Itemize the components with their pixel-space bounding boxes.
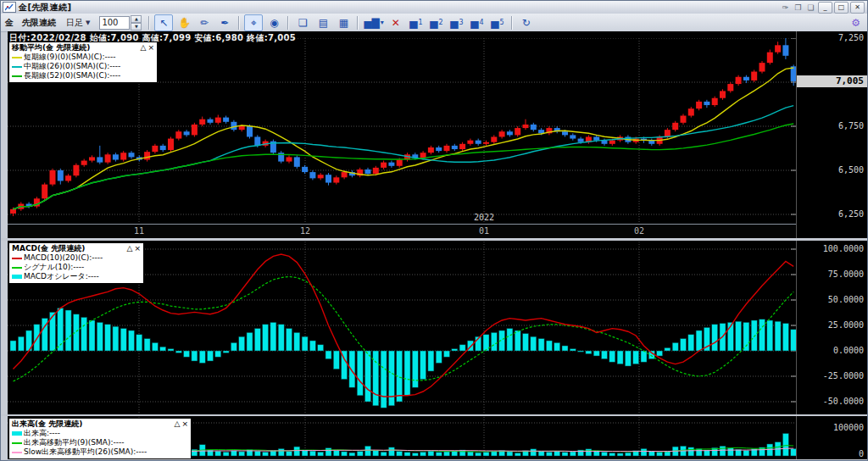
toolbar-separator bbox=[511, 16, 513, 30]
signal-line-swatch bbox=[12, 267, 22, 269]
bar-count-spinner: 100 ▲ ▼ bbox=[99, 15, 142, 31]
ma-short-label: 短期線(9)(0)(SMA)(C):---- bbox=[24, 53, 115, 62]
main-toolbar: 金 先限連続 日足 ▼ 100 ▲ ▼ ↖✋✏✒⌖◉❏▤▦▅▇▾✕▅1▅2▅3▅… bbox=[1, 14, 867, 32]
macd-tick-label: 0.0000 bbox=[797, 346, 864, 355]
toolbar-indicator-slot-5-icon[interactable]: ▅5 bbox=[488, 14, 507, 31]
volume-ma9-label: 出来高移動平均(9)(SMA):---- bbox=[24, 438, 124, 447]
toolbar-separator bbox=[238, 16, 240, 30]
price-tick-label: 6,500 bbox=[797, 165, 864, 175]
toolbar-icons: ↖✋✏✒⌖◉❏▤▦▅▇▾✕▅1▅2▅3▅4▅5↻ bbox=[153, 14, 536, 31]
grid-rows-icon: ▤ bbox=[319, 17, 328, 29]
toolbar-indicator-menu-icon[interactable]: ▅▇▾ bbox=[363, 14, 384, 31]
ma-legend-title: 移動平均(金 先限連続) bbox=[12, 43, 90, 53]
title-bar: 金[先限連続] ✑❐❏_□✕ bbox=[1, 1, 867, 14]
window-title: 金[先限連続] bbox=[19, 2, 72, 14]
pan-hand-icon: ✋ bbox=[178, 17, 191, 29]
toolbar-grid-rows-icon[interactable]: ▤ bbox=[314, 14, 332, 31]
indicator-slot-4-icon: ▅ bbox=[470, 17, 478, 29]
price-tick-label: 6,750 bbox=[797, 121, 864, 131]
ma-mid-label: 中期線(26)(0)(SMA)(C):---- bbox=[24, 62, 120, 71]
spinner-down-button[interactable]: ▼ bbox=[131, 23, 142, 31]
legend-close-button[interactable]: × bbox=[147, 43, 154, 53]
brush-icon[interactable]: ✑ bbox=[780, 3, 791, 13]
legend-collapse-button[interactable]: △ bbox=[141, 43, 147, 53]
indicator-slot-3-icon: ▅ bbox=[450, 17, 458, 29]
remove-indicator-icon: ✕ bbox=[392, 17, 400, 29]
toolbar-indicator-slot-1-icon[interactable]: ▅1 bbox=[407, 14, 426, 31]
new-chart-window-icon: ❏ bbox=[298, 17, 308, 29]
volume-tick-label: 100000 bbox=[797, 423, 864, 432]
toolbar-new-chart-window-icon[interactable]: ❏ bbox=[293, 14, 312, 31]
series-label: 先限連続 bbox=[22, 17, 56, 29]
macd-legend-box: MACD(金 先限連続) △ × MACD(10)(20)(C):---- シグ… bbox=[8, 242, 144, 284]
ma-legend-box: 移動平均(金 先限連続) △ × 短期線(9)(0)(SMA)(C):---- … bbox=[8, 42, 158, 83]
legend-collapse-button[interactable]: △ bbox=[127, 244, 133, 253]
indicator-slot-digit: 3 bbox=[459, 19, 463, 26]
legend-close-button[interactable]: × bbox=[181, 419, 188, 429]
float-window-icon[interactable]: ❐ bbox=[793, 3, 804, 13]
toolbar-draw-pencil-icon[interactable]: ✏ bbox=[195, 14, 214, 31]
macd-line-swatch bbox=[12, 258, 22, 259]
toolbar-separator bbox=[357, 16, 359, 30]
ma-long-swatch bbox=[12, 75, 22, 77]
minimize-button[interactable]: _ bbox=[818, 2, 832, 14]
toolbar-remove-indicator-icon[interactable]: ✕ bbox=[387, 14, 405, 31]
signal-line-label: シグナル(10):---- bbox=[24, 263, 84, 272]
close-button[interactable]: ✕ bbox=[850, 2, 865, 14]
price-tick-label: 7,250 bbox=[797, 33, 864, 42]
volume-ma26-label: Slow出来高移動平均(26)(SMA):---- bbox=[24, 447, 147, 457]
volume-bar-label: 出来高:---- bbox=[24, 429, 60, 438]
settings-wrench-icon[interactable]: ⚙ bbox=[851, 17, 867, 29]
draw-pencil-icon: ✏ bbox=[200, 17, 209, 29]
dock-window-icon[interactable]: ❏ bbox=[805, 3, 816, 13]
toolbar-crosshair-pointer-icon[interactable]: ⌖ bbox=[244, 14, 263, 31]
date-tick-label: 11 bbox=[134, 226, 144, 236]
toolbar-draw-quill-icon[interactable]: ✒ bbox=[215, 14, 234, 31]
select-cursor-icon: ↖ bbox=[159, 17, 168, 29]
toolbar-indicator-slot-2-icon[interactable]: ▅2 bbox=[427, 14, 446, 31]
reload-icon: ↻ bbox=[522, 17, 531, 29]
oscillator-swatch bbox=[12, 275, 22, 279]
date-tick-label: 02 bbox=[634, 226, 644, 236]
legend-collapse-button[interactable]: △ bbox=[175, 419, 181, 429]
toolbar-select-cursor-icon[interactable]: ↖ bbox=[154, 14, 173, 31]
macd-tick-label: 25.0000 bbox=[797, 320, 864, 330]
macd-legend-title: MACD(金 先限連続) bbox=[12, 244, 85, 253]
spinner-up-button[interactable]: ▲ bbox=[131, 15, 142, 23]
date-tick-label: 01 bbox=[479, 226, 489, 236]
ma-short-swatch bbox=[12, 57, 22, 58]
period-dropdown[interactable]: 日足 ▼ bbox=[64, 16, 92, 30]
macd-tick-label: 50.0000 bbox=[797, 295, 864, 304]
symbol-label: 金 bbox=[5, 17, 14, 29]
toolbar-indicator-slot-3-icon[interactable]: ▅3 bbox=[448, 14, 466, 31]
indicator-slot-2-icon: ▅ bbox=[430, 17, 437, 29]
macd-tick-label: -50.0000 bbox=[797, 397, 864, 406]
oscillator-label: MACDオシレータ:---- bbox=[24, 272, 99, 281]
indicator-slot-5-icon: ▅ bbox=[491, 17, 498, 29]
indicator-menu-icon: ▅▇ bbox=[364, 17, 379, 29]
toolbar-separator bbox=[148, 16, 150, 30]
volume-ma9-swatch bbox=[12, 442, 22, 444]
grid-table-icon: ▦ bbox=[339, 17, 348, 29]
toolbar-pan-hand-icon[interactable]: ✋ bbox=[175, 14, 193, 31]
indicator-slot-digit: 1 bbox=[418, 19, 422, 26]
toolbar-separator bbox=[287, 16, 289, 30]
bar-count-input[interactable]: 100 bbox=[99, 16, 130, 30]
macd-line-label: MACD(10)(20)(C):---- bbox=[24, 253, 103, 263]
legend-close-button[interactable]: × bbox=[134, 244, 141, 253]
ma-long-label: 長期線(52)(0)(SMA)(C):---- bbox=[24, 71, 120, 81]
toolbar-indicator-slot-4-icon[interactable]: ▅4 bbox=[468, 14, 487, 31]
macd-tick-label: 75.0000 bbox=[797, 269, 864, 279]
price-tick-label: 6,250 bbox=[797, 209, 864, 219]
period-value: 日足 bbox=[66, 17, 83, 29]
toolbar-reload-icon[interactable]: ↻ bbox=[517, 14, 536, 31]
year-label: 2022 bbox=[474, 213, 494, 222]
chevron-down-icon: ▼ bbox=[86, 19, 90, 26]
current-price-tag: 7,005 bbox=[797, 75, 867, 87]
maximize-button[interactable]: □ bbox=[834, 2, 849, 14]
toolbar-grid-table-icon[interactable]: ▦ bbox=[334, 14, 353, 31]
indicator-slot-digit: 4 bbox=[479, 19, 483, 26]
toolbar-jump-latest-icon[interactable]: ◉ bbox=[264, 14, 283, 31]
volume-legend-title: 出来高(金 先限連続) bbox=[12, 419, 82, 429]
window-controls: ✑❐❏_□✕ bbox=[780, 2, 867, 14]
